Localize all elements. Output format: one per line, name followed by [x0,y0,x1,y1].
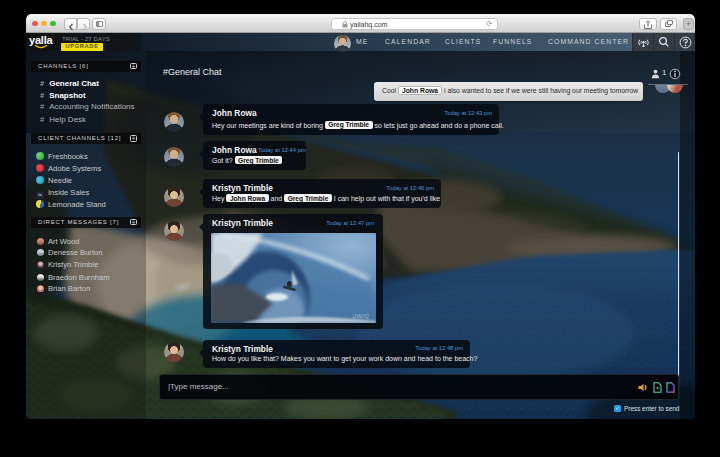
svg-text:LIVEHQ: LIVEHQ [352,314,369,319]
